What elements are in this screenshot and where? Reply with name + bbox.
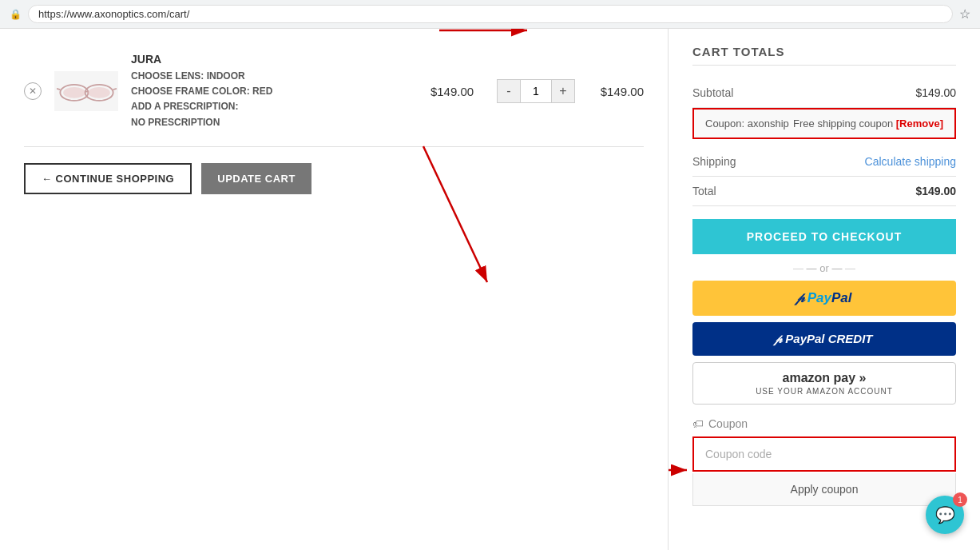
paypal-label: Pay	[807, 290, 831, 305]
svg-line-5	[57, 89, 60, 90]
cart-actions: ← CONTINUE SHOPPING UPDATE CART	[24, 163, 644, 194]
remove-item-button[interactable]: ✕	[24, 82, 42, 100]
product-attributes: CHOOSE LENS: INDOOR CHOOSE FRAME COLOR: …	[131, 69, 407, 130]
svg-line-10	[423, 146, 487, 282]
line-total: $149.00	[588, 85, 644, 98]
annotation-arrow-coupon	[439, 29, 535, 42]
amazon-pay-sublabel: USE YOUR AMAZON ACCOUNT	[701, 387, 947, 396]
amazon-pay-label: amazon pay »	[701, 371, 947, 385]
shipping-label: Shipping	[692, 155, 736, 168]
paypal-button[interactable]: 𝓅 PayPal	[692, 281, 956, 316]
chat-widget[interactable]: 💬 1	[926, 496, 964, 534]
subtotal-value: $149.00	[915, 86, 956, 99]
total-value: $149.00	[915, 185, 956, 197]
cart-totals-title: CART TOTALS	[692, 45, 956, 66]
subtotal-row: Subtotal $149.00	[692, 78, 956, 108]
proceed-to-checkout-button[interactable]: PROCEED TO CHECKOUT	[692, 219, 956, 254]
bookmark-icon[interactable]: ☆	[959, 6, 970, 22]
browser-bar: 🔒 https://www.axonoptics.com/cart/ ☆	[0, 0, 980, 29]
total-label: Total	[692, 185, 716, 197]
chat-icon: 💬	[935, 505, 955, 524]
svg-point-3	[88, 87, 110, 98]
unit-price: $149.00	[420, 85, 484, 98]
amazon-pay-button[interactable]: amazon pay » USE YOUR AMAZON ACCOUNT	[692, 362, 956, 405]
quantity-input[interactable]	[520, 80, 552, 102]
calculate-shipping-link[interactable]: Calculate shipping	[865, 155, 956, 168]
svg-line-6	[113, 89, 116, 90]
coupon-section: 🏷 Coupon Apply coupon	[692, 417, 956, 506]
url-bar[interactable]: https://www.axonoptics.com/cart/	[28, 5, 953, 23]
lock-icon: 🔒	[10, 9, 22, 20]
qty-decrease-button[interactable]: -	[498, 80, 520, 102]
paypal-credit-button[interactable]: 𝓅 PayPal CREDIT	[692, 322, 956, 356]
annotation-arrow-apply	[669, 458, 696, 482]
cart-left: ✕ JUR	[0, 29, 669, 550]
page-content: ✕ JUR	[0, 29, 980, 550]
coupon-description: Free shipping coupon [Remove]	[793, 118, 943, 130]
paypal-pal: Pal	[831, 290, 852, 305]
glasses-icon	[57, 75, 117, 107]
subtotal-label: Subtotal	[692, 86, 733, 99]
cart-right: CART TOTALS Subtotal $149.00 Coupon: axo…	[669, 29, 980, 550]
product-row: ✕ JUR	[24, 45, 644, 147]
paypal-credit-label: PayPal CREDIT	[785, 332, 872, 345]
annotation-arrow-coupon-section	[407, 138, 503, 298]
coupon-code-input[interactable]	[692, 436, 956, 472]
apply-coupon-button[interactable]: Apply coupon	[692, 473, 956, 506]
coupon-name: Coupon: axonship	[705, 118, 789, 130]
coupon-applied-box: Coupon: axonship Free shipping coupon [R…	[692, 108, 956, 139]
product-name: JURA	[131, 53, 407, 66]
total-row: Total $149.00	[692, 177, 956, 206]
paypal-credit-p-icon: 𝓅	[776, 332, 782, 345]
svg-point-1	[63, 87, 85, 98]
coupon-section-title: 🏷 Coupon	[692, 417, 956, 430]
or-divider: — or —	[692, 262, 956, 274]
quantity-control: - +	[497, 79, 575, 103]
paypal-p-icon: 𝓅	[797, 290, 804, 305]
update-cart-button[interactable]: UPDATE CART	[201, 163, 311, 194]
chat-badge: 1	[953, 492, 967, 507]
qty-increase-button[interactable]: +	[552, 80, 574, 102]
shipping-row: Shipping Calculate shipping	[692, 147, 956, 177]
coupon-tag-icon: 🏷	[692, 417, 704, 430]
product-image	[54, 71, 118, 111]
continue-shopping-button[interactable]: ← CONTINUE SHOPPING	[24, 163, 192, 194]
product-details: JURA CHOOSE LENS: INDOOR CHOOSE FRAME CO…	[131, 53, 407, 130]
coupon-remove-link[interactable]: [Remove]	[896, 118, 943, 130]
